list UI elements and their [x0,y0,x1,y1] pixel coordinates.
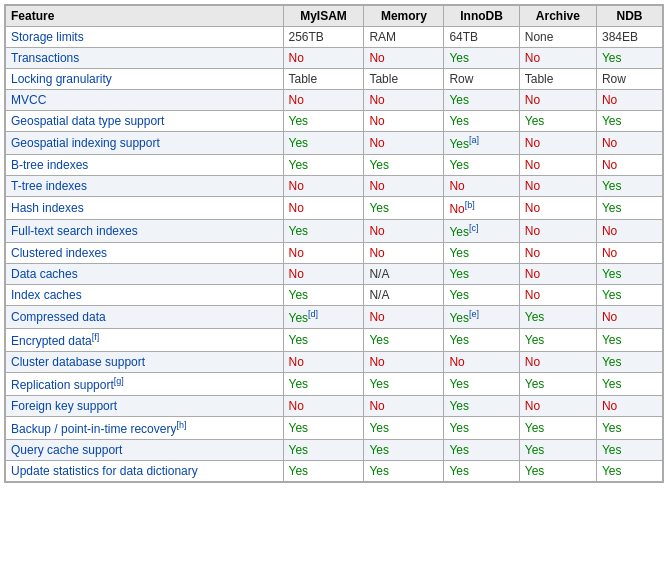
feature-cell[interactable]: T-tree indexes [6,176,284,197]
table-row: Update statistics for data dictionaryYes… [6,461,663,482]
table-row: Index cachesYesN/AYesNoYes [6,285,663,306]
archive-cell: Yes [519,417,596,440]
memory-cell: Yes [364,373,444,396]
ndb-cell: 384EB [596,27,662,48]
feature-cell[interactable]: Locking granularity [6,69,284,90]
feature-cell[interactable]: Compressed data [6,306,284,329]
myisam-cell: Yes [283,111,364,132]
ndb-cell: Yes [596,197,662,220]
ndb-cell: Yes [596,417,662,440]
memory-cell: Yes [364,155,444,176]
ndb-cell: Yes [596,373,662,396]
archive-cell: Yes [519,373,596,396]
feature-cell[interactable]: Index caches [6,285,284,306]
feature-cell[interactable]: Query cache support [6,440,284,461]
table-row: TransactionsNoNoYesNoYes [6,48,663,69]
memory-cell: No [364,176,444,197]
table-row: Encrypted data[f]YesYesYesYesYes [6,329,663,352]
memory-cell: No [364,132,444,155]
table-row: Full-text search indexesYesNoYes[c]NoNo [6,220,663,243]
feature-cell[interactable]: Data caches [6,264,284,285]
archive-cell: Yes [519,461,596,482]
myisam-cell: Yes [283,220,364,243]
ndb-cell: Yes [596,111,662,132]
archive-cell: Table [519,69,596,90]
archive-cell: Yes [519,440,596,461]
memory-cell: No [364,352,444,373]
memory-cell: Yes [364,417,444,440]
archive-cell: No [519,243,596,264]
archive-cell: No [519,396,596,417]
innodb-cell: Yes [444,155,519,176]
table-row: Cluster database supportNoNoNoNoYes [6,352,663,373]
feature-cell[interactable]: Replication support[g] [6,373,284,396]
myisam-cell: No [283,264,364,285]
archive-cell: No [519,197,596,220]
archive-cell: Yes [519,306,596,329]
feature-cell[interactable]: Geospatial data type support [6,111,284,132]
innodb-cell: Yes [444,264,519,285]
innodb-cell: Yes[a] [444,132,519,155]
table-row: Backup / point-in-time recovery[h]YesYes… [6,417,663,440]
feature-cell[interactable]: B-tree indexes [6,155,284,176]
header-innodb: InnoDB [444,6,519,27]
innodb-cell: Yes [444,373,519,396]
ndb-cell: No [596,155,662,176]
innodb-cell: Yes [444,90,519,111]
memory-cell: Yes [364,329,444,352]
ndb-cell: Yes [596,176,662,197]
myisam-cell: Yes [283,329,364,352]
innodb-cell: Yes [444,48,519,69]
innodb-cell: Yes [444,243,519,264]
feature-cell[interactable]: Geospatial indexing support [6,132,284,155]
memory-cell: No [364,220,444,243]
myisam-cell: No [283,243,364,264]
table-row: T-tree indexesNoNoNoNoYes [6,176,663,197]
myisam-cell: Yes [283,461,364,482]
archive-cell: No [519,352,596,373]
feature-cell[interactable]: Transactions [6,48,284,69]
table-row: B-tree indexesYesYesYesNoNo [6,155,663,176]
archive-cell: None [519,27,596,48]
feature-cell[interactable]: Cluster database support [6,352,284,373]
memory-cell: Table [364,69,444,90]
ndb-cell: No [596,396,662,417]
memory-cell: Yes [364,461,444,482]
feature-cell[interactable]: Foreign key support [6,396,284,417]
ndb-cell: Yes [596,264,662,285]
archive-cell: No [519,48,596,69]
myisam-cell: No [283,197,364,220]
myisam-cell: No [283,396,364,417]
feature-cell[interactable]: MVCC [6,90,284,111]
header-feature: Feature [6,6,284,27]
header-myisam: MyISAM [283,6,364,27]
ndb-cell: Yes [596,329,662,352]
feature-cell[interactable]: Storage limits [6,27,284,48]
ndb-cell: No [596,90,662,111]
innodb-cell: Yes [444,461,519,482]
memory-cell: No [364,111,444,132]
myisam-cell: Yes [283,440,364,461]
innodb-cell: Row [444,69,519,90]
feature-cell[interactable]: Full-text search indexes [6,220,284,243]
memory-cell: No [364,243,444,264]
table-row: Locking granularityTableTableRowTableRow [6,69,663,90]
header-memory: Memory [364,6,444,27]
archive-cell: Yes [519,329,596,352]
memory-cell: Yes [364,440,444,461]
table-row: Replication support[g]YesYesYesYesYes [6,373,663,396]
feature-cell[interactable]: Hash indexes [6,197,284,220]
myisam-cell: No [283,48,364,69]
archive-cell: Yes [519,111,596,132]
innodb-cell: Yes [444,285,519,306]
table-row: Query cache supportYesYesYesYesYes [6,440,663,461]
feature-cell[interactable]: Update statistics for data dictionary [6,461,284,482]
table-row: Geospatial indexing supportYesNoYes[a]No… [6,132,663,155]
archive-cell: No [519,285,596,306]
table-row: Hash indexesNoYesNo[b]NoYes [6,197,663,220]
myisam-cell: Yes [283,132,364,155]
feature-cell[interactable]: Clustered indexes [6,243,284,264]
archive-cell: No [519,90,596,111]
feature-cell[interactable]: Encrypted data[f] [6,329,284,352]
feature-cell[interactable]: Backup / point-in-time recovery[h] [6,417,284,440]
